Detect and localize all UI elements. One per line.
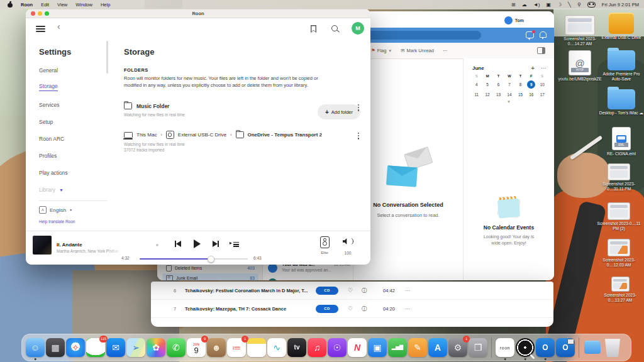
volume-icon[interactable]: ◄) bbox=[533, 2, 540, 8]
more-actions-button[interactable]: ⋯ bbox=[443, 48, 448, 53]
album-art[interactable] bbox=[33, 236, 52, 255]
menu-bar-clock[interactable]: Fri Jun 9 2:01 PM bbox=[602, 2, 639, 8]
calendar-day-13[interactable]: 13 bbox=[494, 90, 502, 99]
dock-appletv-icon[interactable]: tv bbox=[287, 338, 306, 357]
roon-titlebar[interactable]: Roon bbox=[26, 9, 370, 18]
dock-roblox-icon[interactable]: ❒ bbox=[469, 338, 487, 357]
seek-handle[interactable] bbox=[208, 256, 214, 263]
calendar-day-14[interactable]: 14 bbox=[505, 90, 513, 99]
calendar-day-8[interactable]: 8 bbox=[516, 80, 525, 89]
mark-unread-button[interactable]: ✉ Mark Unread bbox=[401, 48, 434, 53]
dock-keynote-icon[interactable]: ▣ bbox=[368, 338, 387, 357]
dock-messages-icon[interactable]: 115 bbox=[86, 338, 105, 357]
calendar-day-5[interactable]: 5 bbox=[484, 80, 492, 89]
folder-row-music-folder[interactable]: Music Folder Watching for new files in r… bbox=[124, 102, 360, 117]
account-chip[interactable]: Tom bbox=[504, 16, 524, 25]
desktop-icon-external-drive[interactable]: External USB-C Drive bbox=[599, 13, 644, 40]
calendar-day-16[interactable]: 16 bbox=[527, 90, 535, 99]
zone-speaker-icon[interactable] bbox=[320, 236, 330, 248]
calendar-day-11[interactable]: 11 bbox=[472, 90, 480, 99]
sidebar-item-setup[interactable]: Setup bbox=[39, 119, 113, 125]
folder-junk-email[interactable]: Junk Email 83 bbox=[162, 273, 258, 280]
dock-reminders-icon[interactable]: ≔1 bbox=[227, 338, 246, 357]
windows-copy-icon[interactable]: ▣ bbox=[546, 2, 551, 8]
folder-options-button[interactable] bbox=[358, 133, 359, 140]
folder-deleted-items[interactable]: Deleted Items 403 bbox=[162, 263, 258, 273]
menu-view[interactable]: View bbox=[57, 2, 67, 8]
desktop-icon-eml[interactable]: EML RE- CIGNA.eml bbox=[599, 127, 644, 156]
back-button[interactable]: ‹ bbox=[57, 21, 60, 31]
screen-grid-icon[interactable]: ⊞ bbox=[511, 2, 516, 8]
chat-icon[interactable] bbox=[526, 31, 534, 38]
next-button[interactable] bbox=[213, 241, 219, 247]
dock-music-icon[interactable]: ♫ bbox=[308, 338, 326, 357]
calendar-more-button[interactable]: ⋯ bbox=[541, 65, 547, 71]
volume-icon[interactable] bbox=[343, 238, 348, 244]
calendar-day-17[interactable]: 17 bbox=[538, 90, 547, 99]
sidebar-item-storage[interactable]: Storage bbox=[39, 83, 58, 91]
calendar-day-9[interactable]: 9 bbox=[527, 80, 535, 89]
desktop-icon-screenshot-3[interactable]: Screenshot 2023-0....11 PM (2) bbox=[596, 202, 641, 231]
calendar-day-4[interactable]: 4 bbox=[472, 80, 480, 89]
calendar-collapse-chevron-icon[interactable]: ▼ bbox=[464, 100, 554, 104]
dock-pages-icon[interactable]: ✎ bbox=[408, 338, 427, 357]
help-translate-link[interactable]: Help translate Roon bbox=[39, 219, 113, 224]
desktop-icon-weblink[interactable]: @ HTTP youtu.be/UM82qxxskZE bbox=[557, 50, 602, 82]
dock-maps-icon[interactable]: ➢ bbox=[126, 338, 145, 357]
desktop-icon-screenshot-1[interactable]: Screenshot 2023-0....14.27 AM bbox=[557, 15, 602, 47]
dock-safari-icon[interactable]: ✧ bbox=[66, 338, 85, 357]
add-event-button[interactable]: + bbox=[531, 65, 535, 72]
previous-button[interactable] bbox=[175, 241, 181, 247]
dock-outlook-share-icon[interactable]: O bbox=[556, 338, 575, 357]
search-icon[interactable] bbox=[331, 25, 338, 31]
sidebar-item-general[interactable]: General bbox=[39, 67, 113, 74]
dock-podcasts-icon[interactable]: ☉ bbox=[328, 338, 347, 357]
calendar-day-7[interactable]: 7 bbox=[505, 80, 513, 89]
dock-notes-icon[interactable] bbox=[247, 338, 266, 357]
seek-bar[interactable] bbox=[140, 258, 248, 260]
menu-window[interactable]: Window bbox=[75, 2, 92, 8]
apple-icon[interactable] bbox=[8, 2, 13, 8]
info-icon[interactable]: ⓘ bbox=[362, 287, 367, 294]
desktop-icon-screenshot-5[interactable]: Screenshot 2023-0....13.27 AM bbox=[597, 277, 643, 303]
dock-finder-icon[interactable]: ☺ bbox=[26, 338, 45, 357]
calendar-day-10[interactable]: 10 bbox=[538, 80, 547, 89]
dock-trash-icon[interactable] bbox=[603, 338, 622, 357]
bookmark-icon[interactable] bbox=[311, 25, 316, 33]
control-center-icon[interactable] bbox=[587, 2, 596, 8]
info-icon[interactable]: ⓘ bbox=[362, 305, 367, 312]
sidebar-item-roon-arc[interactable]: Roon ARC bbox=[39, 136, 113, 142]
favorite-heart-icon[interactable]: ♡ bbox=[348, 305, 353, 312]
desktop-icon-screenshot-2[interactable]: Screenshot 2023-0....31.11 PM bbox=[596, 163, 641, 192]
dock-appstore-icon[interactable]: A bbox=[428, 338, 447, 357]
track-more-button[interactable]: ⋯ bbox=[405, 288, 411, 293]
draw-tool-icon[interactable]: ╲ bbox=[568, 2, 571, 8]
calendar-day-12[interactable]: 12 bbox=[484, 90, 492, 99]
sidebar-item-profiles[interactable]: Profiles bbox=[39, 153, 113, 159]
sidebar-item-services[interactable]: Services bbox=[39, 102, 113, 108]
notifications-bell-icon[interactable] bbox=[540, 31, 547, 38]
dock-numbers-icon[interactable]: ▂▅▇ bbox=[388, 338, 407, 357]
dock-roon-icon[interactable]: roon bbox=[496, 338, 514, 357]
track-row[interactable]: 7 Tchaikovsky: Mazeppa, TH 7: Cossack Da… bbox=[151, 300, 553, 318]
dock-mail-icon[interactable]: ✉ bbox=[106, 338, 125, 357]
sidebar-item-play-actions[interactable]: Play actions bbox=[39, 170, 113, 176]
now-playing-title[interactable]: II. Andante bbox=[57, 242, 82, 248]
folder-options-button[interactable] bbox=[358, 104, 359, 111]
dock-downloads-icon[interactable] bbox=[583, 338, 602, 357]
dock-launchpad-icon[interactable]: ▦ bbox=[46, 338, 65, 357]
reading-pane-toggle-icon[interactable] bbox=[537, 47, 545, 54]
language-selector[interactable]: A English ▼ bbox=[39, 206, 113, 214]
dock-freeform-icon[interactable]: ∿ bbox=[267, 338, 286, 357]
dock-facetime-icon[interactable]: ✆ bbox=[167, 338, 186, 357]
dock-settings-icon[interactable]: ⚙1 bbox=[448, 338, 467, 357]
dock-news-icon[interactable]: N bbox=[348, 338, 367, 357]
desktop-icon-screenshot-4[interactable]: Screenshot 2023-0....12.03 AM bbox=[596, 239, 641, 268]
dock-photos-icon[interactable]: ✿ bbox=[147, 338, 165, 357]
dock-vinyl-search-icon[interactable] bbox=[516, 338, 535, 357]
calendar-day-6[interactable]: 6 bbox=[494, 80, 502, 89]
track-row[interactable]: 6 Tchaikovsky: Festival Coronation March… bbox=[151, 282, 553, 300]
hamburger-menu-icon[interactable] bbox=[36, 26, 45, 32]
play-button[interactable] bbox=[194, 239, 201, 248]
desktop-icon-premiere-folder[interactable]: Adobe Premiere Pro Auto-Save bbox=[599, 50, 644, 82]
